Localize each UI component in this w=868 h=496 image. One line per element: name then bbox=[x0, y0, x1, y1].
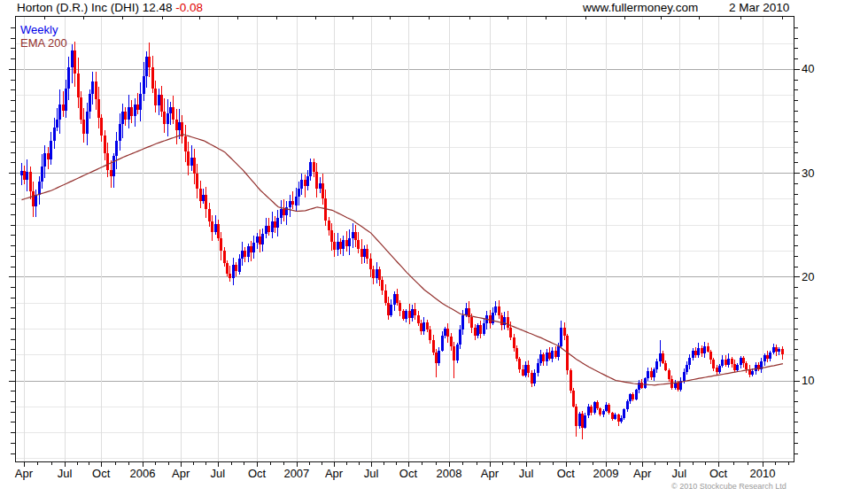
x-axis-label: Oct bbox=[557, 467, 576, 480]
x-axis-label: Jul bbox=[364, 467, 379, 480]
last-price: 12.48 bbox=[143, 1, 173, 14]
x-axis-label: Oct bbox=[709, 467, 728, 480]
y-axis-label: 40 bbox=[802, 62, 814, 75]
price-change: -0.08 bbox=[175, 1, 203, 14]
x-axis-label: Apr bbox=[325, 467, 344, 480]
x-axis-label: Oct bbox=[92, 467, 111, 480]
x-axis-label: 2006 bbox=[130, 467, 156, 480]
x-axis-label: 2008 bbox=[437, 467, 462, 480]
x-axis-label: Jul bbox=[672, 467, 687, 480]
ema-200-line bbox=[22, 135, 783, 385]
x-axis-label: Apr bbox=[15, 467, 34, 480]
chart-date: 2 Mar 2010 bbox=[729, 1, 789, 14]
legend-ema-indicator: EMA 200 bbox=[20, 36, 67, 50]
candlesticks bbox=[20, 42, 784, 439]
x-axis-label: Jul bbox=[58, 467, 73, 480]
x-axis-label: 2007 bbox=[283, 467, 309, 480]
y-axis-label: 30 bbox=[802, 167, 814, 180]
x-axis-label: 2010 bbox=[749, 467, 775, 480]
x-axis-label: Jul bbox=[211, 467, 226, 480]
source-url: www.fullermoney.com bbox=[583, 1, 698, 14]
price-chart: 10203040AprJulOct2006AprJulOct2007AprJul… bbox=[0, 0, 868, 496]
x-axis-label: Oct bbox=[399, 467, 418, 480]
x-axis-label: Apr bbox=[481, 467, 500, 480]
x-axis-label: 2009 bbox=[593, 467, 619, 480]
chart-title: Horton (D.R.) Inc (DHI) 12.48 -0.08 bbox=[17, 1, 203, 14]
x-axis-label: Apr bbox=[633, 467, 652, 480]
y-axis-label: 20 bbox=[802, 270, 814, 283]
x-axis-label: Oct bbox=[248, 467, 267, 480]
x-axis-label: Apr bbox=[172, 467, 190, 480]
copyright-notice: © 2010 Stockcube Research Ltd bbox=[671, 482, 787, 491]
instrument-name: Horton (D.R.) Inc (DHI) bbox=[17, 1, 139, 14]
y-axis-label: 10 bbox=[802, 374, 814, 387]
x-axis-label: Jul bbox=[519, 467, 534, 480]
legend-timeframe: Weekly bbox=[20, 23, 58, 36]
